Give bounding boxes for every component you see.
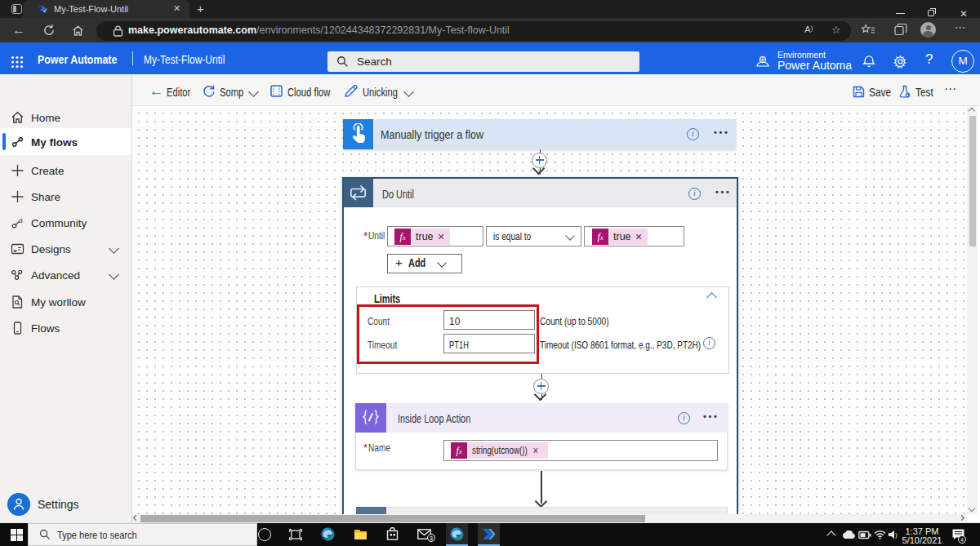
svg-text:a: a <box>19 216 23 224</box>
svg-text:): ) <box>895 531 898 539</box>
